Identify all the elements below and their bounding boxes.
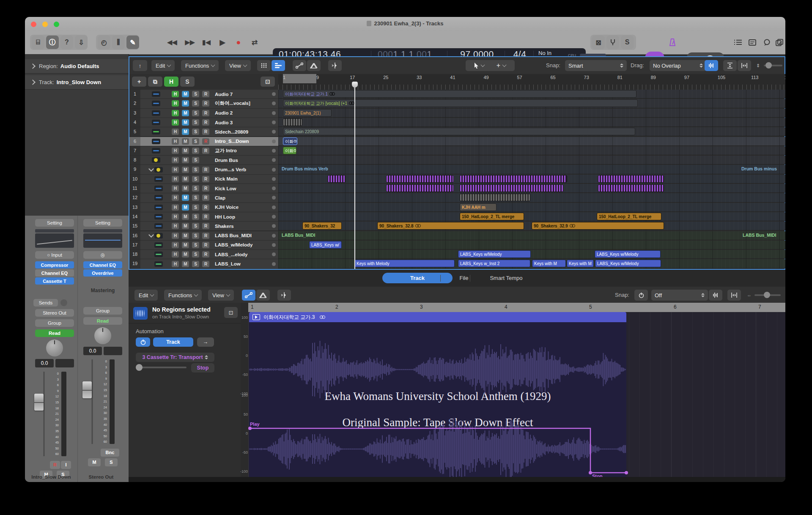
track-zoom-button[interactable]: ⊡: [261, 77, 275, 87]
region[interactable]: Keys with Melody: [354, 260, 455, 267]
plugin-slot[interactable]: Channel EQ: [83, 261, 122, 268]
pan-knob[interactable]: [94, 327, 111, 344]
automation-next-button[interactable]: →: [197, 337, 214, 347]
catch-playhead-button[interactable]: ↑: [133, 60, 147, 71]
region[interactable]: LABS_Keys w/Melody: [595, 250, 661, 258]
mixer-icon[interactable]: ⫼: [112, 36, 125, 49]
track-header[interactable]: 15HMSRShakers: [129, 222, 278, 230]
eq-thumbnail[interactable]: [35, 233, 74, 248]
region[interactable]: LABS_Keys w/: [309, 241, 342, 249]
m-button[interactable]: M: [182, 233, 189, 239]
track-header[interactable]: 3HMSRAudio 2: [129, 109, 278, 118]
s-button[interactable]: S: [192, 110, 199, 116]
track-header[interactable]: 19HMSRLABS_Low: [129, 259, 278, 268]
region[interactable]: LABS_Keys w_Inst 2: [458, 260, 530, 267]
automation-power-button[interactable]: [136, 337, 150, 347]
h-button[interactable]: H: [172, 176, 179, 182]
track-header[interactable]: 5HMSRSidech...20809: [129, 127, 278, 136]
h-button[interactable]: H: [172, 204, 179, 211]
s-button[interactable]: S: [192, 204, 199, 211]
h-button[interactable]: H: [172, 251, 179, 258]
region[interactable]: 이화여: [283, 147, 296, 154]
group-button[interactable]: Group: [83, 307, 122, 315]
chat-icon[interactable]: [761, 36, 773, 49]
plugin-slot[interactable]: Cassette T: [35, 277, 74, 285]
editor-waveform-zoom-button[interactable]: [709, 290, 722, 301]
snap-select[interactable]: Smart: [565, 60, 627, 71]
m-button[interactable]: M: [182, 223, 189, 229]
track-inspector-header[interactable]: Track:Intro_Slow Down: [25, 75, 129, 90]
setting-button[interactable]: Setting: [35, 219, 74, 227]
track-header[interactable]: 11HMSRKick Low: [129, 184, 278, 193]
editor-crossfade-icon[interactable]: [256, 290, 270, 301]
r-button[interactable]: R: [202, 214, 209, 220]
s-button[interactable]: S: [192, 100, 199, 107]
cycle-button[interactable]: ⇄: [248, 36, 261, 49]
editor-snap-select[interactable]: Off: [651, 290, 708, 301]
r-button[interactable]: R: [202, 233, 209, 239]
h-button[interactable]: H: [172, 138, 179, 145]
m-button[interactable]: M: [182, 242, 189, 248]
s-button[interactable]: S: [192, 157, 199, 163]
region[interactable]: [386, 184, 454, 192]
r-button[interactable]: R: [202, 204, 209, 211]
h-button[interactable]: H: [172, 167, 179, 173]
m-button[interactable]: M: [182, 185, 189, 192]
fader-handle[interactable]: [34, 394, 44, 411]
automation-parameter-select[interactable]: 3 Cassette Tr: Transport: [136, 353, 214, 362]
m-button[interactable]: M: [182, 100, 189, 107]
editors-pencil-icon[interactable]: ✎: [126, 36, 139, 49]
region[interactable]: Keys with M: [532, 260, 566, 267]
s-button[interactable]: S: [192, 194, 199, 201]
r-button[interactable]: R: [202, 138, 209, 145]
region[interactable]: 230901 Ewha_2(1): [283, 109, 332, 117]
go-to-beginning-button[interactable]: ▮◀: [200, 36, 213, 49]
inspector-toggle-icon[interactable]: ⓘ: [46, 36, 59, 49]
track-header[interactable]: 14HMSRHH Loop: [129, 212, 278, 221]
disclosure-chevron-icon[interactable]: [148, 232, 154, 238]
h-button[interactable]: H: [172, 233, 179, 239]
m-button[interactable]: M: [182, 251, 189, 258]
s-button[interactable]: S: [192, 242, 199, 248]
automation-mode-button[interactable]: Read: [83, 317, 122, 325]
s-button[interactable]: S: [192, 185, 199, 192]
region[interactable]: KJH AAH m: [460, 203, 497, 211]
volume-value[interactable]: 0.0: [83, 347, 102, 355]
editor-region-header[interactable]: 이화여자대학교 교가.3: [249, 312, 626, 322]
r-button[interactable]: R: [202, 242, 209, 248]
region[interactable]: 150_HatLoop_2_TL merge: [460, 213, 524, 220]
region[interactable]: 이화여: [283, 137, 297, 145]
region[interactable]: [460, 194, 530, 201]
r-button[interactable]: R: [202, 185, 209, 192]
track-header[interactable]: 17HMSRLABS_w/Melody: [129, 241, 278, 249]
vertical-zoom-slider[interactable]: ⇕: [756, 62, 782, 69]
plugin-slot[interactable]: Channel EQ: [35, 269, 74, 277]
add-track-button[interactable]: +: [132, 77, 146, 87]
editor-detach-button[interactable]: ⊡: [224, 307, 238, 318]
region[interactable]: [386, 175, 454, 183]
track-header[interactable]: 18HMSRLABS_...elody: [129, 250, 278, 259]
fader-track[interactable]: [39, 372, 49, 456]
secondary-tool-menu[interactable]: +: [488, 60, 515, 71]
region-inspector-header[interactable]: Region:Audio Defaults: [25, 59, 129, 74]
drag-select[interactable]: No Overlap: [650, 60, 706, 71]
region[interactable]: Sidechain 220809: [283, 128, 635, 135]
list-editors-icon[interactable]: [732, 36, 744, 49]
region[interactable]: 90_Shakers_32.9: [532, 222, 664, 230]
h-button[interactable]: H: [172, 223, 179, 229]
flex-icon[interactable]: [328, 60, 342, 71]
m-button[interactable]: M: [182, 138, 189, 145]
region[interactable]: [598, 175, 664, 183]
automation-stop-value[interactable]: Stop: [191, 363, 214, 373]
m-button[interactable]: M: [182, 261, 189, 267]
sends-knob[interactable]: [60, 299, 67, 306]
library-icon[interactable]: ⌸: [32, 36, 44, 49]
h-button[interactable]: H: [172, 214, 179, 220]
s-button[interactable]: S: [192, 251, 199, 258]
vertical-zoom-button[interactable]: [723, 60, 737, 71]
mute-button[interactable]: M: [88, 458, 101, 466]
m-button[interactable]: M: [182, 214, 189, 220]
m-button[interactable]: M: [182, 91, 189, 97]
r-button[interactable]: R: [202, 167, 209, 173]
h-button[interactable]: H: [172, 148, 179, 154]
